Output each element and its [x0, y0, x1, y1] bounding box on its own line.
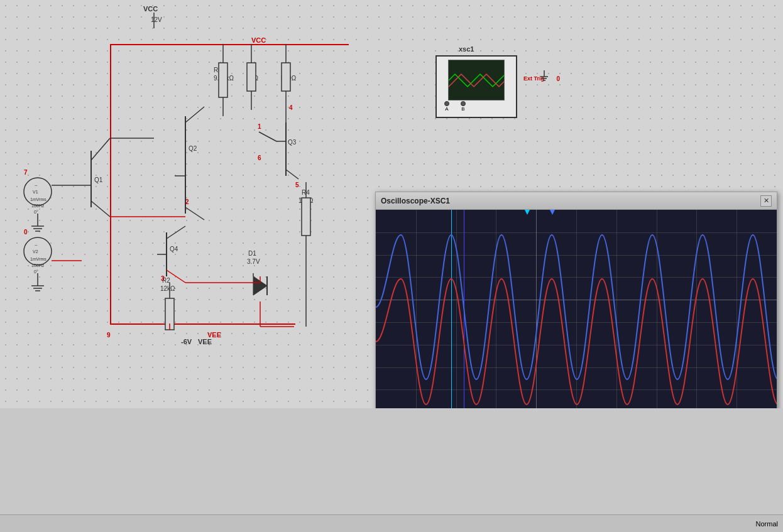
xsc1-label: xsc1: [459, 45, 474, 53]
svg-rect-3: [110, 44, 111, 323]
svg-rect-55: [247, 63, 256, 91]
svg-text:D1: D1: [248, 250, 256, 257]
oscilloscope-title: Oscilloscope-XSC1: [381, 197, 450, 205]
svg-text:7: 7: [24, 169, 28, 176]
svg-line-43: [185, 107, 204, 122]
vcc-top-label: VCC: [143, 5, 158, 13]
svg-text:5: 5: [295, 182, 299, 188]
svg-text:VCC: VCC: [251, 36, 266, 44]
oscilloscope-window: Oscilloscope-XSC1 ✕: [375, 192, 777, 408]
svg-text:Q4: Q4: [170, 246, 178, 252]
svg-text:3: 3: [161, 275, 165, 282]
svg-text:2: 2: [185, 198, 189, 205]
status-mode: Normal: [756, 520, 778, 528]
vcc-voltage-label: 12V: [151, 16, 162, 23]
svg-rect-4: [110, 323, 295, 325]
svg-line-34: [91, 201, 110, 217]
svg-text:100Hz: 100Hz: [31, 204, 45, 208]
svg-text:V1: V1: [33, 190, 38, 194]
circuit-svg: VCC 12V VCC -6V VEE ~ V1 1mVrms 100Hz 0°…: [0, 0, 377, 402]
svg-line-38: [167, 226, 185, 239]
svg-rect-95: [449, 60, 505, 100]
svg-text:Q2: Q2: [189, 145, 197, 152]
svg-line-66: [286, 170, 298, 179]
svg-line-65: [259, 132, 277, 141]
svg-text:3.7V: 3.7V: [247, 258, 260, 265]
svg-text:6: 6: [258, 155, 261, 161]
xsc1-symbol: xsc1 A B Ext Trig 0: [435, 55, 517, 118]
svg-text:1: 1: [258, 123, 261, 130]
svg-rect-50: [219, 63, 227, 97]
svg-text:VEE: VEE: [198, 338, 212, 345]
svg-text:0: 0: [24, 229, 28, 236]
svg-text:1mVrms: 1mVrms: [30, 197, 47, 202]
svg-rect-73: [302, 198, 310, 236]
oscilloscope-titlebar: Oscilloscope-XSC1 ✕: [376, 192, 777, 210]
svg-text:9: 9: [107, 332, 111, 339]
svg-text:VEE: VEE: [207, 331, 221, 339]
svg-text:Q1: Q1: [94, 176, 103, 183]
svg-text:~: ~: [35, 183, 38, 188]
svg-line-33: [91, 138, 110, 160]
xsc1-screen: [448, 60, 505, 100]
circuit-area: VCC 12V VCC -6V VEE ~ V1 1mVrms 100Hz 0°…: [0, 0, 783, 408]
svg-text:~: ~: [35, 242, 38, 248]
waveform-display: [376, 210, 777, 408]
svg-text:12kΩ: 12kΩ: [160, 285, 175, 292]
status-bar: Normal: [0, 514, 783, 532]
oscilloscope-screen: [376, 210, 777, 408]
svg-rect-1: [110, 44, 349, 45]
close-button[interactable]: ✕: [760, 195, 772, 207]
svg-text:V2: V2: [33, 249, 38, 254]
svg-line-44: [185, 207, 204, 220]
svg-rect-60: [282, 63, 290, 91]
svg-text:0°: 0°: [34, 269, 38, 274]
svg-text:Q3: Q3: [288, 139, 297, 146]
svg-text:0°: 0°: [34, 210, 38, 214]
svg-text:100Hz: 100Hz: [31, 263, 45, 268]
svg-text:1mVrms: 1mVrms: [30, 257, 47, 261]
svg-text:-6V: -6V: [181, 338, 192, 345]
svg-text:4: 4: [289, 104, 293, 111]
